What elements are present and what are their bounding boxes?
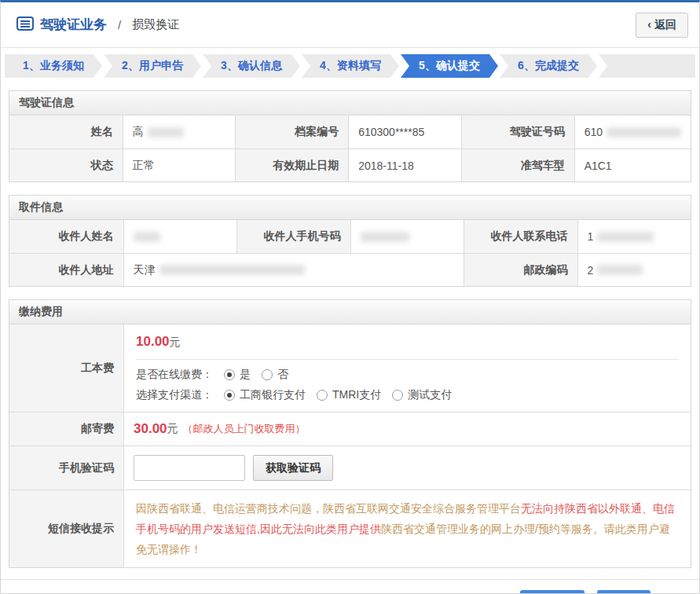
recipient-mobile-label: 收件人手机号码 <box>236 220 350 253</box>
radio-checked-icon[interactable] <box>224 390 235 401</box>
channel-icbc-option[interactable]: 工商银行支付 <box>224 388 306 402</box>
fees-section: 缴纳费用 工本费 10.00元 是否在线缴费： 是 否 选择支付渠道： <box>9 299 691 568</box>
online-payment-label: 是否在线缴费： <box>136 368 213 382</box>
zip-code-label: 邮政编码 <box>464 253 577 286</box>
redacted-text <box>607 127 681 138</box>
license-info-section: 驾驶证信息 姓名 高 档案编号 610300****85 驾驶证号码 610 状… <box>9 90 691 182</box>
redacted-text <box>148 127 184 138</box>
radio-checked-icon[interactable] <box>224 369 235 380</box>
postage-fee-amount: 30.00 <box>134 421 167 437</box>
channel-tmri-option[interactable]: TMRI支付 <box>317 388 381 402</box>
pickup-info-table: 收件人姓名 收件人手机号码 收件人联系电话 1 收件人地址 天津 邮政编码 2 <box>9 220 691 286</box>
divider <box>136 359 679 360</box>
get-sms-code-button[interactable]: 获取验证码 <box>253 455 333 481</box>
payment-channel-row: 选择支付渠道： 工商银行支付 TMRI支付 测试支付 <box>136 388 679 402</box>
page-title: 驾驶证业务 <box>40 16 107 34</box>
redacted-text <box>597 265 643 275</box>
radio-unchecked-icon[interactable] <box>262 369 273 380</box>
production-fee-label: 工本费 <box>9 324 123 412</box>
sms-tip-seg1: 因陕西省联通、电信运营商技术问题，陕西省互联网交通安全综合服务管理平台 <box>136 502 521 515</box>
sms-code-input[interactable] <box>134 455 245 481</box>
redacted-text <box>597 232 654 242</box>
license-no-label: 驾驶证号码 <box>461 116 574 148</box>
production-fee-cell: 10.00元 是否在线缴费： 是 否 选择支付渠道： 工商银行支付 TMRI支付… <box>123 324 691 412</box>
recipient-phone-value: 1 <box>577 220 691 253</box>
page-panel: 驾驶证业务 / 损毁换证 ‹返回 1、业务须知 2、用户申告 3、确认信息 4、… <box>0 0 700 594</box>
step-2-user-declaration[interactable]: 2、用户申告 <box>104 54 201 78</box>
recipient-mobile-value <box>350 220 464 253</box>
license-info-table: 姓名 高 档案编号 610300****85 驾驶证号码 610 状态 正常 有… <box>9 116 691 182</box>
name-value: 高 <box>123 116 236 148</box>
recipient-address-value: 天津 <box>123 253 464 286</box>
redacted-text <box>361 232 409 242</box>
fees-table: 工本费 10.00元 是否在线缴费： 是 否 选择支付渠道： 工商银行支付 <box>9 324 691 567</box>
step-1-business-notice[interactable]: 1、业务须知 <box>5 54 102 78</box>
sms-code-label: 手机验证码 <box>9 446 123 490</box>
sms-code-cell: 获取验证码 <box>123 446 691 490</box>
breadcrumb: 驾驶证业务 / 损毁换证 <box>16 16 179 34</box>
finish-button[interactable]: 完成 <box>597 590 651 594</box>
back-button[interactable]: ‹返回 <box>636 13 688 38</box>
redacted-text <box>159 265 305 275</box>
expiry-label: 有效期止日期 <box>235 148 348 182</box>
channel-test-option[interactable]: 测试支付 <box>392 388 452 402</box>
step-5-confirm-submit[interactable]: 5、确认提交 <box>401 54 498 78</box>
status-value: 正常 <box>123 148 236 182</box>
postage-fee-unit: 元 <box>167 422 178 436</box>
previous-step-button[interactable]: 上一步 <box>520 590 585 594</box>
online-payment-yes-option[interactable]: 是 <box>224 368 251 382</box>
page-header: 驾驶证业务 / 损毁换证 ‹返回 <box>1 2 699 48</box>
footer-actions: 上一步 完成 <box>1 579 699 594</box>
radio-unchecked-icon[interactable] <box>392 390 403 401</box>
file-no-label: 档案编号 <box>235 116 348 148</box>
sms-tip-label: 短信接收提示 <box>9 490 123 567</box>
fees-title: 缴纳费用 <box>9 300 691 324</box>
production-fee-amount-line: 10.00元 <box>136 334 679 350</box>
step-wizard: 1、业务须知 2、用户申告 3、确认信息 4、资料填写 5、确认提交 6、完成提… <box>5 54 695 78</box>
radio-unchecked-icon[interactable] <box>317 390 328 401</box>
redacted-text <box>134 232 160 242</box>
step-3-confirm-info[interactable]: 3、确认信息 <box>203 54 300 78</box>
pickup-info-title: 取件信息 <box>9 196 691 220</box>
online-payment-no-option[interactable]: 否 <box>262 368 288 382</box>
vehicle-type-value: A1C1 <box>574 148 691 182</box>
step-4-fill-material[interactable]: 4、资料填写 <box>302 54 399 78</box>
recipient-phone-label: 收件人联系电话 <box>464 220 577 253</box>
license-info-title: 驾驶证信息 <box>9 91 691 116</box>
breadcrumb-separator: / <box>118 18 121 31</box>
step-bar-filler <box>599 54 695 78</box>
name-label: 姓名 <box>9 116 123 148</box>
status-label: 状态 <box>9 148 123 182</box>
vehicle-type-label: 准驾车型 <box>461 148 574 182</box>
page-subtitle: 损毁换证 <box>132 17 179 32</box>
recipient-name-value <box>123 220 237 253</box>
zip-code-value: 2 <box>577 253 691 286</box>
production-fee-unit: 元 <box>170 336 181 348</box>
license-no-value: 610 <box>574 116 691 148</box>
postage-fee-label: 邮寄费 <box>9 412 123 446</box>
recipient-name-label: 收件人姓名 <box>9 220 123 253</box>
production-fee-amount: 10.00 <box>136 334 170 349</box>
online-payment-row: 是否在线缴费： 是 否 <box>136 368 679 382</box>
payment-channel-label: 选择支付渠道： <box>136 388 213 402</box>
back-button-label: 返回 <box>654 18 676 31</box>
file-no-value: 610300****85 <box>348 116 461 148</box>
form-list-icon <box>16 16 34 33</box>
sms-tip-text: 因陕西省联通、电信运营商技术问题，陕西省互联网交通安全综合服务管理平台无法向持陕… <box>123 490 691 567</box>
pickup-info-section: 取件信息 收件人姓名 收件人手机号码 收件人联系电话 1 收件人地址 天津 邮政… <box>9 195 691 287</box>
chevron-left-icon: ‹ <box>647 18 651 31</box>
postage-fee-value: 30.00元（邮政人员上门收取费用） <box>123 412 691 446</box>
postage-fee-note: （邮政人员上门收取费用） <box>183 422 306 436</box>
recipient-address-label: 收件人地址 <box>9 253 123 286</box>
expiry-value: 2018-11-18 <box>348 148 461 182</box>
step-6-finish-submit[interactable]: 6、完成提交 <box>500 54 597 78</box>
